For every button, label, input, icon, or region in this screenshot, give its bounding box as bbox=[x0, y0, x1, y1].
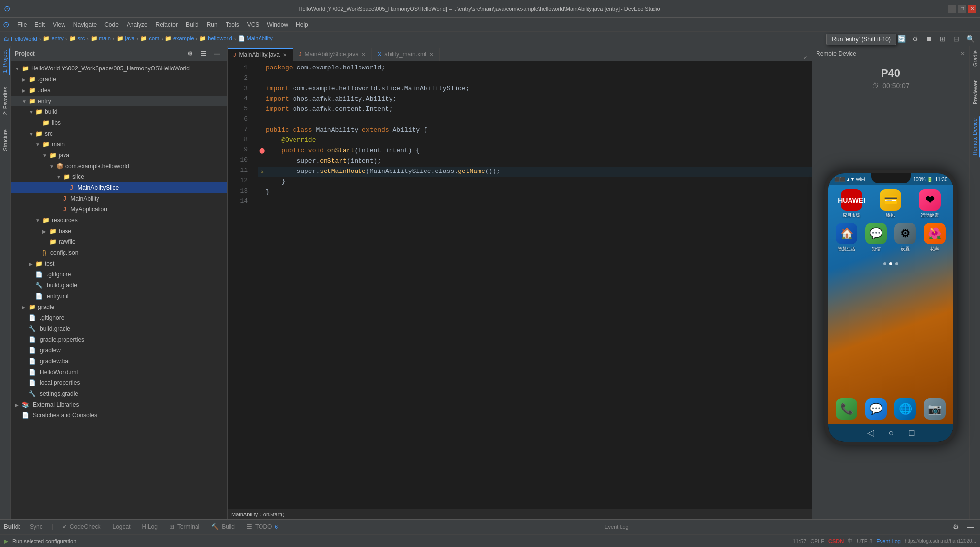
settings-gear-icon[interactable]: ⚙ bbox=[950, 521, 962, 532]
tree-resources[interactable]: ▼ 📁 resources bbox=[11, 215, 227, 226]
menu-analyze[interactable]: Analyze bbox=[123, 20, 152, 30]
tree-test[interactable]: ▶ 📁 test bbox=[11, 258, 227, 269]
tree-java[interactable]: ▼ 📁 java bbox=[11, 150, 227, 161]
project-collapse-icon[interactable]: — bbox=[211, 48, 223, 59]
tree-mainabilityslice[interactable]: J MainAbilitySlice bbox=[11, 182, 227, 193]
tab-mainabilityslice[interactable]: J MainAbilitySlice.java ✕ bbox=[293, 48, 372, 61]
tree-package[interactable]: ▼ 📦 com.example.helloworld bbox=[11, 161, 227, 171]
dock-camera[interactable]: 📷 bbox=[924, 398, 946, 420]
menu-help[interactable]: Help bbox=[292, 20, 312, 30]
sync-button[interactable]: 🔄 bbox=[895, 34, 907, 44]
phone-screen[interactable]: ⬛⬛ ▲▼ WiFi 100% 🔋 11:30 bbox=[828, 173, 953, 442]
app-sms[interactable]: 💬 短信 bbox=[865, 223, 887, 252]
breadcrumb-mainability-class[interactable]: MainAbility bbox=[231, 512, 258, 517]
close-button[interactable]: ✕ bbox=[968, 5, 976, 13]
menu-edit[interactable]: Edit bbox=[31, 20, 49, 30]
breadcrumb-entry[interactable]: 📁 entry bbox=[43, 35, 64, 42]
code-content[interactable]: 1 2 3 4 5 6 7 8 9 10 11 12 13 14 bbox=[228, 61, 812, 509]
sidebar-item-previewer[interactable]: Previewer bbox=[971, 78, 979, 106]
tree-entry-iml[interactable]: 📄 entry.iml bbox=[11, 291, 227, 302]
menu-build[interactable]: Build bbox=[182, 20, 203, 30]
tab-mainability-close[interactable]: ✕ bbox=[283, 52, 287, 58]
dock-phone[interactable]: 📞 bbox=[836, 398, 857, 420]
breadcrumb-helloworld[interactable]: 📁 helloworld bbox=[199, 35, 232, 42]
tree-main[interactable]: ▼ 📁 main bbox=[11, 139, 227, 150]
tree-build[interactable]: ▼ 📁 build bbox=[11, 106, 227, 117]
tree-entry[interactable]: ▼ 📁 entry bbox=[11, 96, 227, 106]
menu-window[interactable]: Window bbox=[263, 20, 292, 30]
tree-buildgradle[interactable]: 🔧 build.gradle bbox=[11, 323, 227, 334]
menu-file[interactable]: File bbox=[13, 20, 31, 30]
status-eventlog[interactable]: Event Log bbox=[876, 538, 901, 544]
remote-close-button[interactable]: ✕ bbox=[960, 50, 965, 57]
project-settings-icon[interactable]: ⚙ bbox=[184, 48, 196, 59]
dock-message[interactable]: 💬 bbox=[865, 398, 887, 420]
project-layout-icon[interactable]: ☰ bbox=[197, 48, 209, 59]
tree-entry-buildgradle[interactable]: 🔧 build.gradle bbox=[11, 280, 227, 291]
app-flower[interactable]: 🌺 花车 bbox=[924, 223, 946, 252]
menu-navigate[interactable]: Navigate bbox=[69, 20, 100, 30]
bottom-tab-hilog[interactable]: HiLog bbox=[137, 521, 163, 533]
tab-mainability[interactable]: J MainAbility.java ✕ bbox=[228, 48, 293, 61]
tree-gradlew[interactable]: 📄 gradlew bbox=[11, 345, 227, 356]
sidebar-item-project[interactable]: 1: Project bbox=[1, 48, 10, 75]
breadcrumb-example[interactable]: 📁 example bbox=[165, 35, 194, 42]
breadcrumb-src[interactable]: 📁 src bbox=[69, 35, 85, 42]
bottom-tab-terminal[interactable]: ⊞ Terminal bbox=[164, 521, 204, 533]
code-editor[interactable]: package com.example.helloworld; import c… bbox=[252, 61, 812, 509]
breadcrumb-main[interactable]: 📁 main bbox=[91, 35, 111, 42]
tab-mainabilityslice-close[interactable]: ✕ bbox=[361, 52, 365, 57]
tree-rawfile[interactable]: 📁 rawfile bbox=[11, 237, 227, 247]
stop-button[interactable]: ⏹ bbox=[923, 34, 935, 44]
bottom-tab-build[interactable]: 🔨 Build bbox=[206, 521, 240, 533]
sidebar-item-gradle[interactable]: Gradle bbox=[971, 48, 979, 68]
tree-entry-gitignore[interactable]: 📄 .gitignore bbox=[11, 269, 227, 280]
tree-base[interactable]: ▶ 📁 base bbox=[11, 226, 227, 237]
app-huawei-store[interactable]: HUAWEI 应用市场 bbox=[841, 189, 862, 219]
dock-browser[interactable]: 🌐 bbox=[894, 398, 916, 420]
expand-button[interactable]: ⊟ bbox=[950, 34, 962, 44]
tree-gradle-hidden[interactable]: ▶ 📁 .gradle bbox=[11, 74, 227, 85]
sidebar-item-remote-device[interactable]: Remote Device bbox=[971, 116, 980, 157]
tree-gradlewbat[interactable]: 📄 gradlew.bat bbox=[11, 356, 227, 367]
search-button[interactable]: 🔍 bbox=[964, 34, 976, 44]
bottom-tab-logcat[interactable]: Logcat bbox=[108, 521, 135, 533]
app-settings[interactable]: ⚙ 设置 bbox=[894, 223, 916, 252]
menu-tools[interactable]: Tools bbox=[222, 20, 243, 30]
tab-abilitymain[interactable]: X ability_main.xml ✕ bbox=[372, 48, 440, 61]
menu-run[interactable]: Run bbox=[203, 20, 222, 30]
sidebar-item-structure[interactable]: Structure bbox=[1, 127, 9, 153]
bottom-tab-sync[interactable]: Sync bbox=[25, 521, 48, 533]
tree-idea[interactable]: ▶ 📁 .idea bbox=[11, 85, 227, 96]
tree-myapplication[interactable]: J MyApplication bbox=[11, 204, 227, 215]
tree-helloworldiml[interactable]: 📄 HelloWorld.iml bbox=[11, 367, 227, 377]
breadcrumb-java[interactable]: 📁 java bbox=[117, 35, 135, 42]
tree-scratches[interactable]: 📄 Scratches and Consoles bbox=[11, 410, 227, 421]
maximize-button[interactable]: □ bbox=[958, 5, 966, 13]
menu-code[interactable]: Code bbox=[100, 20, 123, 30]
tree-localprops[interactable]: 📄 local.properties bbox=[11, 377, 227, 388]
tree-src[interactable]: ▼ 📁 src bbox=[11, 128, 227, 139]
tree-libs[interactable]: 📁 libs bbox=[11, 117, 227, 128]
layout-button[interactable]: ⊞ bbox=[937, 34, 948, 44]
tree-configjson[interactable]: {} config.json bbox=[11, 247, 227, 258]
breadcrumb-com[interactable]: 📁 com bbox=[140, 35, 159, 42]
breadcrumb-project[interactable]: 🗂 HelloWorld bbox=[4, 36, 37, 42]
tree-slice[interactable]: ▼ 📁 slice bbox=[11, 171, 227, 182]
tab-abilitymain-close[interactable]: ✕ bbox=[429, 52, 433, 57]
tree-gradle[interactable]: ▶ 📁 gradle bbox=[11, 302, 227, 312]
app-smart-life[interactable]: 🏠 智慧生活 bbox=[836, 223, 857, 252]
tree-root[interactable]: ▼ 📁 HelloWorld Y:\002_WorkSpace\005_Harm… bbox=[11, 63, 227, 74]
phone-recent-button[interactable]: □ bbox=[909, 428, 915, 438]
tree-gitignore[interactable]: 📄 .gitignore bbox=[11, 312, 227, 323]
app-wallet[interactable]: 💳 钱包 bbox=[880, 189, 901, 219]
phone-home-button[interactable]: ○ bbox=[889, 428, 894, 438]
bottom-tab-todo[interactable]: ☰ TODO 6 bbox=[242, 521, 283, 533]
tree-externallibs[interactable]: ▶ 📚 External Libraries bbox=[11, 399, 227, 410]
menu-vcs[interactable]: VCS bbox=[243, 20, 263, 30]
tree-settingsgradle[interactable]: 🔧 settings.gradle bbox=[11, 388, 227, 399]
sidebar-item-favorites[interactable]: 2: Favorites bbox=[1, 85, 9, 117]
menu-view[interactable]: View bbox=[49, 20, 69, 30]
tree-gradleprops[interactable]: 📄 gradle.properties bbox=[11, 334, 227, 345]
bottom-tab-codecheck[interactable]: ✔ CodeCheck bbox=[57, 521, 106, 533]
